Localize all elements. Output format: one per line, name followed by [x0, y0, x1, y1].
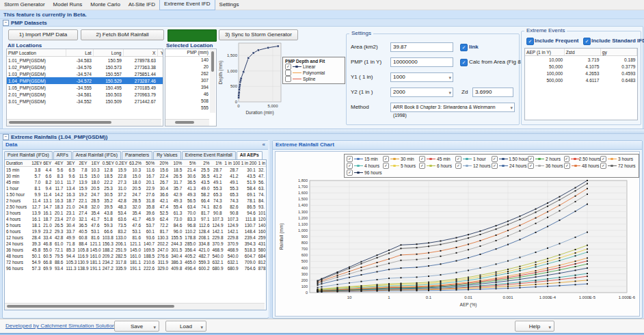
- pmp-value-row[interactable]: 394: [165, 84, 210, 91]
- legend-entry-36-hours[interactable]: ✓36 hours: [528, 163, 564, 169]
- legend-checkbox[interactable]: ✓: [528, 156, 534, 162]
- column-header-50[interactable]: 50%: [142, 160, 156, 167]
- legend-entry-1-hour[interactable]: ✓1 hour: [455, 156, 492, 162]
- menu-item-extreme-event-ifd[interactable]: Extreme Event IFD: [159, 0, 215, 10]
- aep-row-24-hours[interactable]: 24 hours39.346.861.071.888.4121.1156.320…: [5, 241, 266, 247]
- legend-entry-3-hours[interactable]: ✓3 hours: [600, 156, 636, 162]
- aep-row-4-hours[interactable]: 4 hours16.118.723.427.032.141.751.863.64…: [5, 216, 266, 222]
- location-row-1-05-pmp-gsdm[interactable]: 1.05_PMP(GSDM)-34.555150.495270185.49: [7, 84, 163, 91]
- save-dropdown[interactable]: Save: [114, 321, 159, 332]
- aep-row-2-50-hours[interactable]: 2.50 hours12.714.718.321.024.832.039.548…: [5, 204, 266, 210]
- column-header-duration[interactable]: Duration: [5, 160, 30, 167]
- legend-checkbox[interactable]: ✓: [455, 163, 461, 169]
- horizontal-splitter[interactable]: [0, 129, 644, 134]
- legend-checkbox[interactable]: ✓: [419, 156, 425, 162]
- location-row-1-02-pmp-gsdm[interactable]: 1.02_PMP(GSDM)-34.576150.573277363.38: [7, 64, 163, 70]
- menu-item-storm-generator[interactable]: Storm Generator: [0, 0, 49, 10]
- include-standard-ifds-checkbox[interactable]: ✓: [583, 38, 591, 45]
- legend-entry-45-min[interactable]: ✓45 min: [419, 156, 455, 162]
- column-header-1-in[interactable]: 1 in: [257, 160, 266, 167]
- legend-entry-5-hours[interactable]: ✓5 hours: [383, 163, 419, 169]
- legend-checkbox[interactable]: ✓: [564, 156, 569, 162]
- column-header-pmp-mm[interactable]: PMP (mm): [165, 49, 210, 57]
- zd-input[interactable]: 3.6990: [472, 88, 513, 97]
- legend-checkbox[interactable]: ✓: [347, 156, 353, 162]
- legend-checkbox[interactable]: ✓: [600, 156, 606, 162]
- legend-checkbox[interactable]: ✓: [347, 170, 353, 176]
- menu-item-model-runs[interactable]: Model Runs: [49, 0, 87, 10]
- selected-location-list[interactable]: PMP (mm)1402026230739446508555: [165, 49, 217, 126]
- aep-row-3-hours[interactable]: 3 hours13.916.120.123.127.435.443.853.43…: [5, 210, 266, 216]
- legend-checkbox[interactable]: ✓: [383, 156, 389, 162]
- legend-checkbox[interactable]: ✓: [455, 156, 461, 162]
- pmp-value-row[interactable]: 508: [165, 98, 210, 105]
- legend-entry-2-50-hours[interactable]: ✓2.50 hours: [564, 156, 600, 162]
- column-header-x[interactable]: X: [123, 49, 157, 57]
- aep-row-30-min[interactable]: 30 min5.76.68.39.611.515.018.522.815.016…: [5, 173, 266, 179]
- all-locations-hscrollbar[interactable]: [7, 119, 161, 126]
- method-select[interactable]: ARR Book 8 Chapter 3: Siriwardena & Wein…: [390, 103, 515, 112]
- legend-checkbox[interactable]: ✓: [564, 163, 570, 169]
- calc-from-area-checkbox[interactable]: ✓: [460, 59, 468, 66]
- column-header-5[interactable]: 5%: [183, 160, 197, 167]
- location-row-2-01-pmp-gsdm[interactable]: 2.01_PMP(GSDM)-34.581150.503270963.79: [7, 91, 163, 98]
- collapse-icon[interactable]: −: [3, 134, 9, 140]
- load-dropdown[interactable]: Load: [165, 321, 206, 332]
- extreme-event-row[interactable]: 500,0004.61170.6483: [525, 77, 637, 83]
- selected-location-hscrollbar[interactable]: [165, 119, 209, 126]
- extreme-event-row[interactable]: 10,0003.7190.189: [525, 56, 637, 64]
- column-header-2ey[interactable]: 2EY: [77, 160, 89, 167]
- developer-link[interactable]: Developed by Catchment Simulation Soluti…: [5, 323, 118, 329]
- column-header-20[interactable]: 20%: [156, 160, 170, 167]
- column-header-long[interactable]: Long: [93, 49, 123, 57]
- aep-table-hscrollbar[interactable]: [5, 303, 265, 310]
- extreme-events-grid[interactable]: AEP (1 in Y)Zstdgy10,0003.7190.18950,000…: [524, 48, 638, 120]
- legend-entry-24-hours[interactable]: ✓24 hours: [492, 163, 528, 169]
- collapse-left-icon[interactable]: «: [263, 141, 265, 149]
- pmp-value-row[interactable]: 140: [165, 57, 210, 64]
- selected-location-vscrollbar[interactable]: [210, 50, 215, 113]
- pmp-value-row[interactable]: 20: [165, 64, 210, 70]
- aep-row-15-min[interactable]: 15 min3.84.45.66.57.810.312.815.910.311.…: [5, 167, 266, 174]
- column-header-10[interactable]: 10%: [170, 160, 183, 167]
- include-frequent-checkbox[interactable]: ✓: [526, 38, 534, 45]
- legend-checkbox[interactable]: [285, 76, 291, 82]
- all-locations-grid[interactable]: PMP LocationLatLongXY1.01_PMP(GSDM)-34.5…: [6, 49, 163, 126]
- legend-entry-4-hours[interactable]: ✓4 hours: [347, 163, 383, 169]
- menu-item-settings[interactable]: Settings: [215, 0, 243, 10]
- column-header-6ey[interactable]: 6EY: [42, 160, 53, 167]
- legend-entry-12-hours[interactable]: ✓12 hours: [455, 163, 492, 169]
- legend-checkbox[interactable]: ✓: [492, 163, 498, 169]
- column-header-2[interactable]: 2%: [197, 160, 211, 167]
- aep-row-96-hours[interactable]: 96 hours57.369.993.4111.3138.9191.1247.2…: [5, 265, 266, 271]
- column-header-gy[interactable]: gy: [600, 49, 636, 56]
- aep-row-45-min[interactable]: 45 min7.08.210.111.713.918.022.227.318.0…: [5, 179, 266, 185]
- pmp-value-row[interactable]: 307: [165, 77, 210, 84]
- column-header-zstd[interactable]: Zstd: [564, 49, 600, 56]
- legend-checkbox[interactable]: ✓: [600, 163, 606, 169]
- pmp-1-in-y-input[interactable]: 10000000: [390, 57, 453, 67]
- column-header-4ey[interactable]: 4EY: [53, 160, 64, 167]
- column-header-1-in-100[interactable]: 1 in 100: [224, 160, 240, 167]
- column-header-1-in-200[interactable]: 1 in 200: [240, 160, 257, 167]
- pmp-value-row[interactable]: 46: [165, 91, 210, 98]
- legend-checkbox[interactable]: ✓: [383, 163, 389, 169]
- y2-select[interactable]: 2000: [390, 88, 453, 97]
- column-header-3ey[interactable]: 3EY: [64, 160, 76, 167]
- legend-entry-polynomial[interactable]: Polynomial: [285, 70, 343, 76]
- column-header-y[interactable]: Y: [157, 49, 163, 57]
- column-header-pmp-location[interactable]: PMP Location: [7, 49, 66, 57]
- legend-entry-linear[interactable]: ✓Linear: [285, 64, 343, 70]
- aep-row-1-hour[interactable]: 1 hour8.19.411.713.415.920.525.331.020.5…: [5, 185, 266, 191]
- location-row-3-01-pmp-gsdm[interactable]: 3.01_PMP(GSDM)-34.552150.509271442.67: [7, 98, 163, 105]
- area-input[interactable]: 39.87: [390, 42, 453, 52]
- aep-row-36-hours[interactable]: 36 hours45.855.072.185.3105.8145.0188.22…: [5, 247, 266, 253]
- column-header-63-2[interactable]: 63.2%: [128, 160, 142, 167]
- pmp-datasets-header[interactable]: − PMP Datasets: [3, 20, 47, 26]
- aep-row-72-hours[interactable]: 72 hours54.966.888.6105.3130.9181.1234.2…: [5, 259, 266, 265]
- legend-checkbox[interactable]: ✓: [528, 163, 534, 169]
- column-header-1ey[interactable]: 1EY: [89, 160, 101, 167]
- aep-row-48-hours[interactable]: 48 hours50.160.579.594.4116.9161.0209.22…: [5, 253, 266, 259]
- help-dropdown[interactable]: Help: [515, 321, 554, 332]
- column-header-0-5ey[interactable]: 0.5EY: [101, 160, 114, 167]
